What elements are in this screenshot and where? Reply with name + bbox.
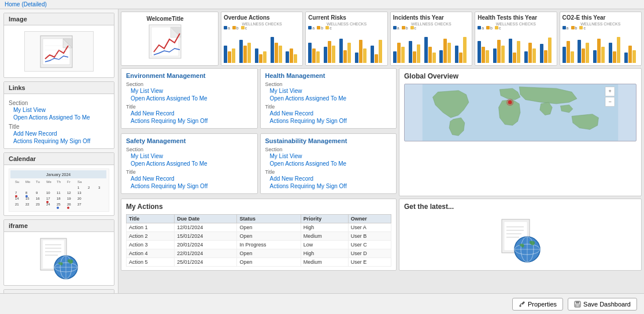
env-sign-off[interactable]: Actions Requiring My Sign Off	[126, 117, 253, 125]
properties-button[interactable]: Properties	[512, 298, 563, 311]
svg-text:Fr: Fr	[67, 180, 71, 184]
links-open-actions[interactable]: Open Actions Assigned To Me	[9, 114, 109, 121]
co2e-title: CO2-E this Year	[562, 14, 639, 21]
management-col: Environment Management Section My List V…	[121, 68, 397, 196]
middle-row: Environment Management Section My List V…	[121, 68, 642, 196]
table-row: Action 422/01/2024OpenHighUser D	[127, 249, 391, 258]
svg-text:23: 23	[36, 203, 40, 206]
col-header-title: Title	[127, 215, 175, 223]
svg-text:20: 20	[77, 197, 82, 200]
links-title-label: Title	[9, 124, 109, 130]
table-row: Action 215/01/2024OpenMediumUser B	[127, 232, 391, 241]
world-map: + −	[404, 84, 636, 141]
links-add-new[interactable]: Add New Record	[9, 130, 109, 137]
overdue-subtitle: WELLNESS CHECKS	[224, 22, 300, 26]
sust-my-list[interactable]: My List View	[265, 152, 392, 160]
links-widget: Links Section My List View Open Actions …	[3, 81, 114, 149]
svg-point-62	[508, 100, 512, 104]
image-widget: Image	[3, 13, 114, 78]
breadcrumb-link[interactable]: Home (Detailed)	[5, 1, 47, 8]
env-section-label: Section	[126, 81, 253, 87]
sustainability-section-label: Section	[265, 147, 392, 152]
my-actions-title: My Actions	[126, 203, 391, 211]
incidents-chart: Incidents this Year WELLNESS CHECKS a b …	[390, 12, 472, 66]
health-sign-off[interactable]: Actions Requiring My Sign Off	[265, 117, 392, 125]
bottom-bar: Properties Save Dashboard	[0, 293, 644, 312]
col-header-status: Status	[237, 215, 301, 223]
bar-chart-4	[478, 31, 554, 63]
save-dashboard-label: Save Dashboard	[583, 301, 631, 308]
svg-text:12: 12	[67, 191, 71, 195]
svg-text:Sa: Sa	[77, 180, 82, 184]
get-latest-widget: Get the latest...	[399, 199, 642, 271]
safety-add-new[interactable]: Add New Record	[126, 175, 253, 182]
safety-my-list[interactable]: My List View	[126, 152, 253, 160]
image-icon	[36, 33, 82, 70]
iframe-widget-title: iframe	[4, 220, 114, 232]
chart-legend-3: a b c	[393, 26, 469, 30]
my-actions-widget: My Actions Title Due Date Status Priorit…	[121, 199, 397, 271]
calendar-svg: January 2024 Su Mo Tu We Th Fr Sa 1 2 3	[9, 169, 108, 212]
save-dashboard-button[interactable]: Save Dashboard	[568, 298, 637, 311]
sust-title-label: Title	[265, 169, 392, 175]
col-header-owner: Owner	[348, 215, 391, 223]
svg-text:16: 16	[36, 197, 40, 200]
links-section-label: Section	[9, 100, 109, 106]
environment-widget: Environment Management Section My List V…	[121, 68, 258, 129]
safety-open-actions[interactable]: Open Actions Assigned To Me	[126, 160, 253, 167]
health-my-list[interactable]: My List View	[265, 87, 392, 95]
svg-text:Su: Su	[15, 180, 19, 184]
sust-add-new[interactable]: Add New Record	[265, 175, 392, 182]
mgmt-row-2: Safety Management Section My List View O…	[121, 133, 397, 194]
iframe-icon	[36, 235, 82, 282]
get-latest-title: Get the latest...	[404, 203, 454, 211]
svg-text:19: 19	[67, 197, 71, 200]
sust-sign-off[interactable]: Actions Requiring My Sign Off	[265, 182, 392, 190]
current-risks-chart: Current Risks WELLNESS CHECKS a b c	[305, 12, 387, 66]
table-row: Action 112/01/2024OpenHighUser A	[127, 223, 391, 232]
get-latest-icon	[497, 218, 543, 264]
calendar-placeholder: January 2024 Su Mo Tu We Th Fr Sa 1 2 3	[9, 169, 109, 212]
svg-text:11: 11	[57, 191, 61, 195]
properties-label: Properties	[528, 301, 557, 308]
charts-row: WelcomeTitle Overdue Actions WELLNESS CH…	[121, 12, 642, 66]
env-open-actions[interactable]: Open Actions Assigned To Me	[126, 95, 253, 102]
svg-text:13: 13	[77, 191, 82, 195]
svg-text:1: 1	[77, 186, 80, 189]
risks-subtitle: WELLNESS CHECKS	[308, 22, 384, 26]
svg-text:18: 18	[57, 197, 61, 200]
svg-line-79	[520, 304, 521, 305]
svg-text:17: 17	[46, 197, 50, 200]
svg-text:22: 22	[25, 203, 29, 206]
svg-text:10: 10	[46, 191, 50, 195]
env-my-list[interactable]: My List View	[126, 87, 253, 95]
svg-text:24: 24	[46, 203, 50, 206]
bar-chart-2	[308, 31, 384, 63]
overdue-actions-chart: Overdue Actions WELLNESS CHECKS a b c	[221, 12, 303, 66]
safety-title-label: Title	[126, 169, 253, 175]
sust-open-actions[interactable]: Open Actions Assigned To Me	[265, 160, 392, 167]
health-open-actions[interactable]: Open Actions Assigned To Me	[265, 95, 392, 102]
svg-text:14: 14	[15, 197, 19, 200]
svg-point-44	[57, 207, 59, 209]
svg-text:2: 2	[88, 186, 90, 189]
save-icon	[574, 301, 581, 308]
calendar-widget: Calendar January 2024 Su Mo Tu We Th Fr	[3, 152, 114, 216]
mgmt-row-1: Environment Management Section My List V…	[121, 68, 397, 129]
svg-text:25: 25	[57, 203, 61, 206]
links-my-list-view[interactable]: My List View	[9, 106, 109, 114]
wrench-icon	[519, 301, 525, 308]
env-add-new[interactable]: Add New Record	[126, 110, 253, 117]
bottom-row: My Actions Title Due Date Status Priorit…	[121, 199, 642, 271]
svg-rect-83	[576, 305, 579, 306]
svg-text:January 2024: January 2024	[46, 173, 71, 177]
svg-text:Th: Th	[57, 180, 61, 184]
links-sign-off[interactable]: Actions Requiring My Sign Off	[9, 137, 109, 145]
svg-rect-81	[576, 301, 579, 304]
svg-text:3: 3	[98, 186, 101, 189]
table-row: Action 320/01/2024In ProgressLowUser C	[127, 241, 391, 249]
sustainability-widget: Sustainability Management Section My Lis…	[260, 133, 397, 194]
safety-sign-off[interactable]: Actions Requiring My Sign Off	[126, 182, 253, 190]
health-add-new[interactable]: Add New Record	[265, 110, 392, 117]
environment-title: Environment Management	[126, 72, 253, 79]
